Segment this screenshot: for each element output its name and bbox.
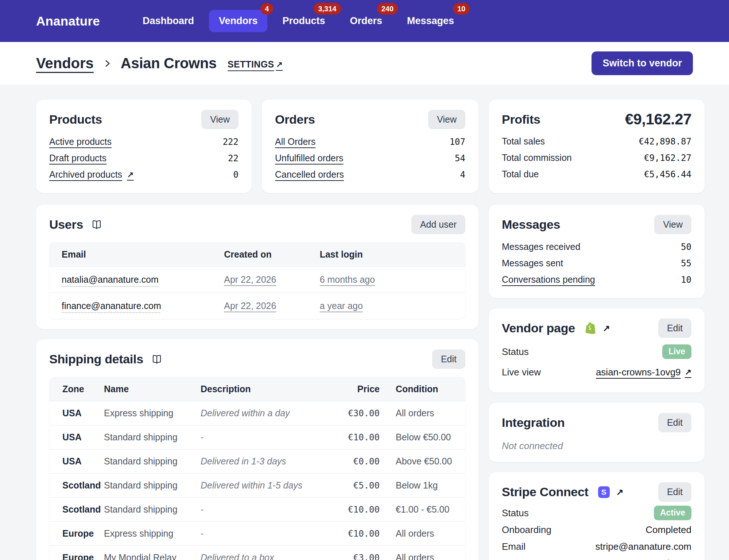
shipping-description: Delivered within 1-5 days	[201, 480, 332, 491]
active-products-link[interactable]: Active products	[49, 136, 112, 147]
nav-item-vendors[interactable]: Vendors 4	[209, 10, 268, 32]
shipping-row: Europe My Mondial Relay Delivered to a b…	[49, 545, 465, 560]
user-last-login-link[interactable]: 6 months ago	[320, 274, 375, 285]
add-user-button[interactable]: Add user	[411, 215, 465, 234]
shipping-description: Delivered to a box	[201, 552, 332, 560]
nav-item-label: Dashboard	[143, 15, 194, 26]
shipping-description: -	[201, 432, 332, 443]
integration-card: Integration Edit Not connected	[489, 403, 705, 462]
column-header-name: Name	[104, 384, 201, 394]
live-view-url: asian-crowns-1ovg9	[596, 367, 681, 378]
cancelled-orders-link[interactable]: Cancelled orders	[275, 169, 344, 180]
shipping-table: Zone Name Description Price Condition US…	[49, 377, 465, 560]
users-card-title: Users	[49, 217, 102, 232]
orders-view-button[interactable]: View	[428, 110, 465, 129]
draft-products-link[interactable]: Draft products	[49, 153, 106, 163]
vendor-page-edit-button[interactable]: Edit	[658, 318, 691, 338]
shipping-row: USA Standard shipping - €10.00 Below €50…	[49, 425, 465, 449]
shipping-name: Standard shipping	[104, 504, 201, 515]
shipping-condition: Below €50.00	[380, 432, 465, 443]
stripe-edit-button[interactable]: Edit	[658, 482, 691, 502]
main-content: Products View Active products 222 Draft …	[0, 85, 729, 560]
total-commission-label: Total commission	[502, 152, 572, 163]
nav-item-label: Messages	[407, 15, 454, 26]
unfulfilled-orders-link[interactable]: Unfulfilled orders	[275, 153, 344, 163]
shipping-card-title: Shipping details	[49, 352, 162, 366]
draft-products-value: 22	[228, 153, 239, 163]
stripe-onboarding-row: Onboarding Completed	[502, 521, 691, 538]
shopify-icon[interactable]	[585, 322, 596, 335]
status-label: Status	[502, 346, 529, 358]
users-table-header: Email Created on Last login	[49, 242, 465, 266]
country-label: Country	[502, 558, 535, 560]
stat-row-archived-products: Archived products↗ 0	[49, 166, 239, 183]
onboarding-label: Onboarding	[502, 524, 551, 536]
user-row: natalia@ananature.com Apr 22, 2026 6 mon…	[49, 266, 465, 293]
users-card: Users Add user Email Created on Last log…	[36, 205, 478, 329]
messages-view-button[interactable]: View	[654, 215, 691, 234]
shipping-name: Standard shipping	[104, 456, 201, 467]
live-view-link[interactable]: asian-crowns-1ovg9↗	[596, 367, 691, 378]
breadcrumb-vendors-link[interactable]: Vendors	[36, 55, 94, 72]
archived-products-link[interactable]: Archived products↗	[49, 169, 134, 180]
shipping-row: Scotland Standard shipping - €10.00 €1.0…	[49, 497, 465, 521]
messages-sent-value: 55	[681, 258, 691, 269]
shipping-table-header: Zone Name Description Price Condition	[49, 377, 465, 401]
user-last-login-link[interactable]: a year ago	[320, 301, 363, 311]
nav-items: Dashboard Vendors 4 Products 3,314 Order…	[133, 10, 464, 32]
nav-item-label: Orders	[350, 15, 383, 26]
app-logo: Ananature	[36, 14, 100, 28]
shipping-zone: Europe	[49, 552, 104, 560]
user-email-link[interactable]: natalia@ananature.com	[62, 274, 159, 285]
total-sales-value: €42,898.87	[639, 136, 692, 147]
stripe-title-text: Stripe Connect	[502, 485, 589, 499]
products-view-button[interactable]: View	[201, 110, 239, 129]
nav-item-orders[interactable]: Orders 240	[340, 10, 392, 32]
user-created-link[interactable]: Apr 22, 2026	[224, 301, 276, 311]
users-table: Email Created on Last login natalia@anan…	[49, 242, 465, 319]
integration-status-text: Not connected	[502, 440, 691, 452]
live-view-label: Live view	[502, 367, 541, 378]
right-column: Messages View Messages received 50 Messa…	[489, 205, 705, 560]
shipping-price: €3.00	[332, 553, 380, 560]
user-email-link[interactable]: finance@ananature.com	[62, 301, 161, 311]
messages-sent-label: Messages sent	[502, 258, 563, 269]
stripe-icon[interactable]: S	[598, 486, 610, 498]
conversations-pending-value: 10	[681, 275, 691, 285]
active-status-badge: Active	[654, 506, 691, 520]
page-title: Asian Crowns	[121, 55, 217, 72]
shipping-row: Scotland Standard shipping Delivered wit…	[49, 473, 465, 497]
all-orders-value: 107	[450, 137, 465, 147]
nav-item-dashboard[interactable]: Dashboard	[133, 10, 204, 32]
integration-edit-button[interactable]: Edit	[658, 413, 691, 432]
products-card: Products View Active products 222 Draft …	[36, 100, 252, 193]
shipping-row: USA Standard shipping Delivered in 1-3 d…	[49, 449, 465, 473]
user-row: finance@ananature.com Apr 22, 2026 a yea…	[49, 293, 465, 319]
onboarding-value: Completed	[645, 524, 691, 536]
user-created-link[interactable]: Apr 22, 2026	[224, 274, 276, 285]
shipping-row: Europe Express shipping - €10.00 All ord…	[49, 521, 465, 545]
shipping-condition: Above €50.00	[380, 456, 465, 467]
integration-card-title: Integration	[502, 416, 565, 430]
conversations-pending-link[interactable]: Conversations pending	[502, 274, 595, 285]
all-orders-link[interactable]: All Orders	[275, 136, 315, 147]
stripe-email-row: Email stripe@ananature.com	[502, 538, 691, 555]
shipping-description: Delivered within a day	[201, 408, 332, 418]
nav-item-messages[interactable]: Messages 10	[397, 10, 464, 32]
nav-item-products[interactable]: Products 3,314	[272, 10, 335, 32]
stat-row-conversations-pending: Conversations pending 10	[502, 271, 691, 288]
stat-row-all-orders: All Orders 107	[275, 134, 465, 150]
chevron-right-icon	[102, 59, 112, 68]
shipping-condition: Below 1kg	[380, 480, 465, 491]
shipping-condition: €1.00 - €5.00	[380, 504, 465, 515]
vendor-page-title-text: Vendor page	[502, 321, 575, 335]
settings-link[interactable]: SETTINGS↗	[228, 59, 283, 70]
shipping-price: €5.00	[332, 480, 380, 491]
products-count-badge: 3,314	[314, 3, 341, 15]
switch-to-vendor-button[interactable]: Switch to vendor	[592, 51, 693, 75]
unfulfilled-orders-value: 54	[455, 153, 465, 163]
column-header-description: Description	[201, 384, 332, 394]
shipping-edit-button[interactable]: Edit	[432, 349, 465, 369]
external-link-icon: ↗	[616, 487, 624, 497]
nav-item-label: Products	[282, 15, 325, 26]
